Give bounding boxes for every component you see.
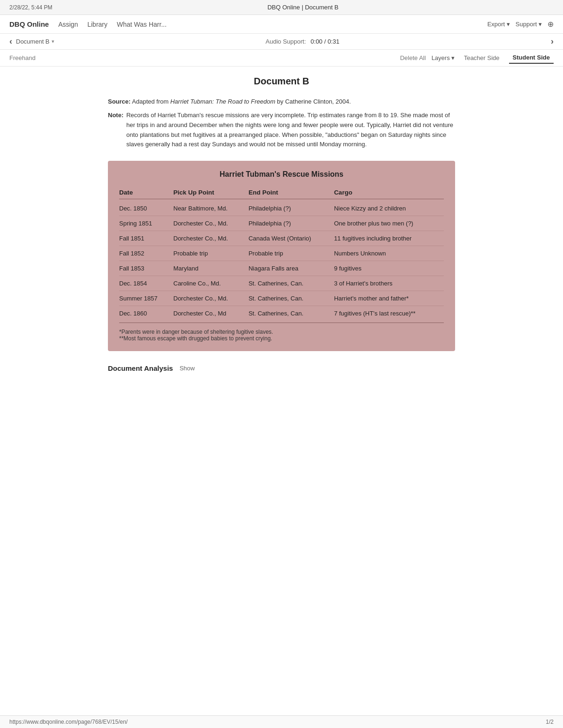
table-cell: Maryland	[174, 261, 249, 276]
note-label: Note:	[108, 111, 123, 150]
table-cell: Niece Kizzy and 2 children	[334, 199, 444, 216]
toolbar-left: ‹ Document B ▾	[9, 37, 54, 46]
table-cell: 11 fugitives including brother	[334, 231, 444, 246]
note-text: Records of Harriet Tubman's rescue missi…	[126, 111, 455, 150]
show-analysis-button[interactable]: Show	[180, 365, 195, 372]
source-italic: Harriet Tubman: The Road to Freedom	[170, 98, 275, 105]
table-cell: Canada West (Ontario)	[249, 231, 334, 246]
table-cell: Dec. 1850	[119, 199, 174, 216]
table-cell: Dorchester Co., Md.	[174, 231, 249, 246]
nav-assign[interactable]: Assign	[58, 21, 78, 28]
table-cell: Niagara Falls area	[249, 261, 334, 276]
table-bottom-divider	[119, 323, 444, 323]
breadcrumb-label: Document B	[16, 38, 50, 45]
layers-button[interactable]: Layers ▾	[432, 54, 455, 61]
source-label: Source:	[108, 98, 130, 105]
navbar-left: DBQ Online Assign Library What Was Harr.…	[9, 20, 167, 28]
table-cell: Fall 1852	[119, 246, 174, 261]
layers-label: Layers	[432, 54, 450, 61]
table-cell: One brother plus two men (?)	[334, 216, 444, 231]
export-button[interactable]: Export ▾	[487, 21, 510, 28]
table-header: Date Pick Up Point End Point Cargo	[119, 186, 444, 199]
footnote-wrap: *Parents were in danger because of shelt…	[119, 329, 444, 342]
tab-student-side[interactable]: Student Side	[509, 52, 554, 64]
browser-bar: 2/28/22, 5:44 PM DBQ Online | Document B	[0, 0, 563, 15]
table-cell: Philadelphia (?)	[249, 216, 334, 231]
table-row: Fall 1852Probable tripProbable tripNumbe…	[119, 246, 444, 261]
chevron-down-icon: ▾	[52, 38, 54, 45]
toolbar-center: Audio Support: 0:00 / 0:31	[266, 38, 339, 45]
table-cell: Near Baltimore, Md.	[174, 199, 249, 216]
support-button[interactable]: Support ▾	[516, 21, 542, 28]
audio-time: 0:00 / 0:31	[311, 38, 339, 45]
table-body: Dec. 1850Near Baltimore, Md.Philadelphia…	[119, 199, 444, 321]
table-row: Dec. 1850Near Baltimore, Md.Philadelphia…	[119, 199, 444, 216]
table-cell: St. Catherines, Can.	[249, 276, 334, 291]
delete-all-button[interactable]: Delete All	[400, 54, 426, 61]
mission-table-title: Harriet Tubman's Rescue Missions	[119, 170, 444, 179]
table-cell: Summer 1857	[119, 291, 174, 306]
col-date: Date	[119, 186, 174, 199]
mission-table: Date Pick Up Point End Point Cargo Dec. …	[119, 186, 444, 321]
subbar: Freehand Delete All Layers ▾ Teacher Sid…	[0, 50, 563, 67]
toolbar: ‹ Document B ▾ Audio Support: 0:00 / 0:3…	[0, 34, 563, 50]
nav-what-was[interactable]: What Was Harr...	[117, 21, 167, 28]
mission-table-wrap: Harriet Tubman's Rescue Missions Date Pi…	[108, 161, 455, 351]
bottom-bar: https://www.dbqonline.com/page/768/EV/15…	[0, 715, 563, 728]
navbar: DBQ Online Assign Library What Was Harr.…	[0, 15, 563, 34]
table-cell: Fall 1851	[119, 231, 174, 246]
subbar-left: Freehand	[9, 54, 36, 61]
table-cell: Dec. 1854	[119, 276, 174, 291]
bottom-page-num: 1/2	[546, 719, 554, 725]
table-cell: Probable trip	[249, 246, 334, 261]
doc-analysis: Document Analysis Show	[108, 364, 455, 372]
datetime: 2/28/22, 5:44 PM	[9, 4, 52, 11]
table-cell: Fall 1853	[119, 261, 174, 276]
col-endpoint: End Point	[249, 186, 334, 199]
main-content: Document B Source: Adapted from Harriet …	[70, 67, 493, 382]
table-row: Fall 1853MarylandNiagara Falls area9 fug…	[119, 261, 444, 276]
table-row: Dec. 1854Caroline Co., Md.St. Catherines…	[119, 276, 444, 291]
prev-arrow[interactable]: ‹	[9, 37, 12, 46]
source-text: Adapted from	[132, 98, 170, 105]
document-title: Document B	[108, 76, 455, 87]
table-cell: Dec. 1860	[119, 306, 174, 321]
table-cell: 3 of Harriet's brothers	[334, 276, 444, 291]
col-pickup: Pick Up Point	[174, 186, 249, 199]
table-cell: St. Catherines, Can.	[249, 306, 334, 321]
profile-icon[interactable]: ⊕	[548, 20, 554, 29]
tab-teacher-side[interactable]: Teacher Side	[460, 53, 503, 63]
col-cargo: Cargo	[334, 186, 444, 199]
doc-analysis-title: Document Analysis	[108, 364, 173, 372]
navbar-right: Export ▾ Support ▾ ⊕	[487, 20, 554, 29]
table-cell: Spring 1851	[119, 216, 174, 231]
page-title-browser: DBQ Online | Document B	[267, 4, 339, 11]
table-cell: Philadelphia (?)	[249, 199, 334, 216]
audio-label: Audio Support:	[266, 38, 306, 45]
footnote-2: **Most famous escape with drugged babies…	[119, 335, 444, 342]
table-row: Fall 1851Dorchester Co., Md.Canada West …	[119, 231, 444, 246]
table-cell: Dorchester Co., Md.	[174, 216, 249, 231]
brand-logo[interactable]: DBQ Online	[9, 20, 49, 28]
table-cell: Numbers Unknown	[334, 246, 444, 261]
table-cell: Caroline Co., Md.	[174, 276, 249, 291]
next-arrow[interactable]: ›	[551, 37, 554, 46]
table-cell: 9 fugitives	[334, 261, 444, 276]
breadcrumb[interactable]: Document B ▾	[16, 38, 54, 45]
table-cell: Harriet's mother and father*	[334, 291, 444, 306]
source-rest: by Catherine Clinton, 2004.	[275, 98, 351, 105]
layers-arrow-icon: ▾	[451, 54, 455, 61]
table-row: Spring 1851Dorchester Co., Md.Philadelph…	[119, 216, 444, 231]
table-row: Dec. 1860Dorchester Co., MdSt. Catherine…	[119, 306, 444, 321]
subbar-right: Delete All Layers ▾ Teacher Side Student…	[400, 52, 554, 64]
note-block: Note: Records of Harriet Tubman's rescue…	[108, 111, 455, 150]
footnote-1: *Parents were in danger because of shelt…	[119, 329, 444, 335]
nav-library[interactable]: Library	[87, 21, 107, 28]
bottom-url: https://www.dbqonline.com/page/768/EV/15…	[9, 719, 128, 725]
table-row: Summer 1857Dorchester Co., Md.St. Cather…	[119, 291, 444, 306]
table-cell: Dorchester Co., Md.	[174, 291, 249, 306]
table-cell: St. Catherines, Can.	[249, 291, 334, 306]
table-cell: Probable trip	[174, 246, 249, 261]
table-cell: 7 fugitives (HT's last rescue)**	[334, 306, 444, 321]
freehand-button[interactable]: Freehand	[9, 54, 36, 61]
